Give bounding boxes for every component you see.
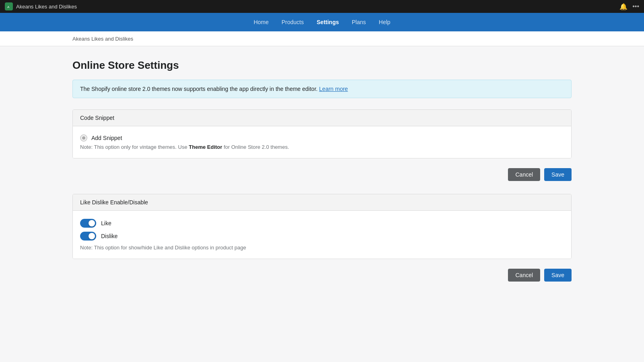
top-bar-app-name: Akeans Likes and Dislikes (16, 4, 77, 10)
breadcrumb-bar: Akeans Likes and Dislikes (0, 31, 644, 46)
first-cancel-button[interactable]: Cancel (508, 168, 540, 181)
nav-item-settings[interactable]: Settings (316, 17, 340, 27)
like-dislike-body: Like Dislike Note: This option for show/… (73, 211, 571, 259)
main-content: Online Store Settings The Shopify online… (0, 46, 644, 360)
code-snippet-note: Note: This option only for vintage theme… (80, 144, 564, 150)
notification-icon[interactable]: 🔔 (619, 3, 627, 10)
second-cancel-button[interactable]: Cancel (508, 269, 540, 282)
add-snippet-row: Add Snippet (80, 134, 564, 142)
info-banner-text: The Shopify online store 2.0 themes now … (80, 86, 318, 92)
like-toggle-track (80, 219, 96, 228)
top-bar-left: A Akeans Likes and Dislikes (5, 2, 77, 10)
app-icon: A (5, 2, 13, 10)
like-dislike-card: Like Dislike Enable/Disable Like Disli (72, 194, 572, 259)
info-banner: The Shopify online store 2.0 themes now … (72, 80, 572, 98)
code-snippet-body: Add Snippet Note: This option only for v… (73, 126, 571, 158)
svg-text:A: A (7, 5, 10, 9)
like-label: Like (101, 220, 111, 226)
note-prefix: Note: This option only for vintage theme… (80, 144, 189, 150)
like-toggle[interactable] (80, 219, 96, 228)
top-bar: A Akeans Likes and Dislikes 🔔 ••• (0, 0, 644, 13)
add-snippet-label: Add Snippet (91, 135, 122, 141)
top-bar-right: 🔔 ••• (619, 3, 639, 10)
like-toggle-row: Like (80, 219, 564, 228)
nav-item-home[interactable]: Home (253, 17, 269, 27)
learn-more-link[interactable]: Learn more (319, 86, 348, 92)
nav-item-products[interactable]: Products (281, 17, 305, 27)
radio-inner (82, 136, 85, 140)
dislike-toggle-row: Dislike (80, 232, 564, 241)
page-title: Online Store Settings (72, 59, 572, 72)
note-bold: Theme Editor (189, 144, 222, 150)
note-suffix: for Online Store 2.0 themes. (222, 144, 289, 150)
like-toggle-thumb (89, 220, 95, 226)
like-dislike-header: Like Dislike Enable/Disable (73, 194, 571, 211)
nav-bar: Home Products Settings Plans Help (0, 13, 644, 31)
first-save-button[interactable]: Save (544, 168, 572, 181)
nav-item-plans[interactable]: Plans (351, 17, 367, 27)
code-snippet-header: Code Snippet (73, 110, 571, 126)
second-button-row: Cancel Save (72, 269, 572, 282)
add-snippet-radio[interactable] (80, 134, 87, 142)
second-save-button[interactable]: Save (544, 269, 572, 282)
dislike-toggle[interactable] (80, 232, 96, 241)
nav-item-help[interactable]: Help (378, 17, 391, 27)
first-button-row: Cancel Save (72, 168, 572, 181)
breadcrumb: Akeans Likes and Dislikes (72, 36, 133, 42)
code-snippet-card: Code Snippet Add Snippet Note: This opti… (72, 109, 572, 158)
dislike-toggle-thumb (89, 233, 95, 239)
like-dislike-note: Note: This option for show/hide Like and… (80, 245, 564, 251)
dislike-toggle-track (80, 232, 96, 241)
more-options-icon[interactable]: ••• (632, 3, 639, 10)
dislike-label: Dislike (101, 233, 118, 239)
